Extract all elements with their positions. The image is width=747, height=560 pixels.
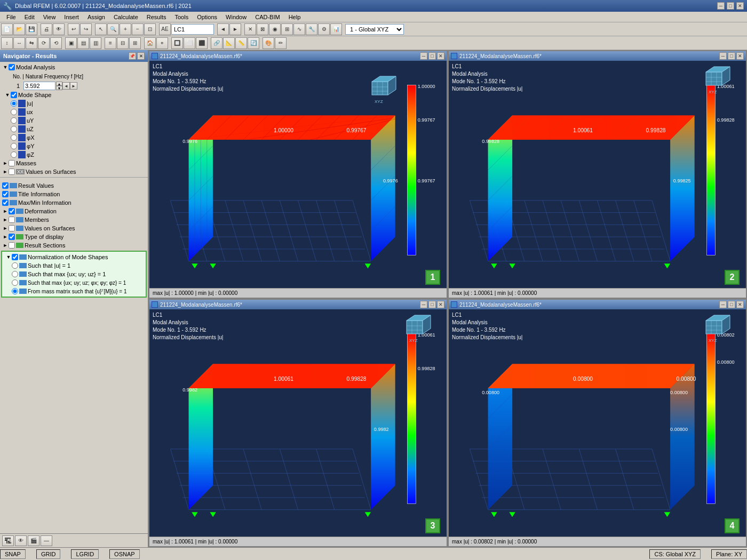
values-surfaces2-checkbox[interactable] [9,225,15,231]
nav-values-surfaces2[interactable]: ► Values on Surfaces [0,224,148,233]
normalization-checkbox[interactable] [12,254,18,260]
tb-preview[interactable]: 👁 [53,23,65,35]
values-surfaces-checkbox[interactable] [9,169,15,175]
nav-result-values[interactable]: Result Values [0,181,148,190]
tb-zoomfit[interactable]: ⊡ [144,23,156,35]
tb-zoom[interactable]: 🔍 [107,23,119,35]
status-snap[interactable]: SNAP [0,549,26,559]
tb-arrow-left[interactable]: ◄ [217,23,229,35]
nav-btn-3[interactable]: 🎬 [28,535,39,546]
nav-btn-1[interactable]: 🏗 [2,535,14,546]
tb2-11[interactable]: ⊞ [129,37,141,49]
nav-result-sections[interactable]: ► Result Sections [0,241,148,250]
mode-shape-phiy-radio[interactable] [11,143,17,149]
nav-maxmin-info[interactable]: Max/Min Information [0,198,148,207]
freq-up-arrow[interactable]: ▲ [56,82,62,86]
result-values-checkbox[interactable] [2,182,9,189]
nav-ux[interactable]: ux [9,108,148,116]
menu-assign[interactable]: Assign [83,13,109,21]
tb2-7[interactable]: ▤ [77,37,89,49]
status-osnap[interactable]: OSNAP [109,549,140,559]
tb-c5[interactable]: ∿ [293,23,305,35]
mode-shape-phiz-radio[interactable] [11,151,17,158]
menu-tools[interactable]: Tools [170,13,193,21]
nav-norm-max-uvec[interactable]: Such that max {ux; uy; uz} = 1 [10,270,145,278]
tb2-21[interactable]: 🎨 [263,37,274,49]
menu-calculate[interactable]: Calculate [109,13,142,21]
menu-help[interactable]: Help [284,13,305,21]
tb2-6[interactable]: ▣ [65,37,77,49]
tb-select[interactable]: ↖ [95,23,107,35]
result-sections-checkbox[interactable] [9,242,15,249]
view-4-close[interactable]: ✕ [736,301,744,308]
tb2-8[interactable]: ▥ [90,37,101,49]
type-display-checkbox[interactable] [9,234,15,240]
norm-max-all-radio[interactable] [12,279,18,286]
norm-max-uvec-radio[interactable] [12,271,18,277]
nav-modal-analysis[interactable]: ▼ Modal Analysis [0,63,148,71]
nav-norm-mass[interactable]: From mass matrix such that {u}ᵀ[M]{u} = … [10,287,145,295]
menu-file[interactable]: File [2,13,20,21]
tb-c4[interactable]: ⊞ [281,23,293,35]
nav-uz[interactable]: uZ [9,125,148,133]
tb2-12[interactable]: 🏠 [144,37,156,49]
lc-input[interactable]: LC1 [171,24,214,35]
nav-u-abs[interactable]: |u| [9,99,148,108]
nav-phiz[interactable]: φZ [9,150,148,159]
maxmin-checkbox[interactable] [2,199,9,206]
view-1-close[interactable]: ✕ [437,52,444,60]
maximize-button[interactable]: □ [727,2,734,10]
tb2-3[interactable]: ⇆ [26,37,37,49]
menu-results[interactable]: Results [142,13,171,21]
status-grid[interactable]: GRID [36,549,61,559]
view-4-maximize[interactable]: □ [728,301,735,308]
tb-b1[interactable]: AE [159,23,171,35]
modal-analysis-checkbox[interactable] [9,64,15,70]
close-button[interactable]: ✕ [736,2,744,10]
tb2-14[interactable]: 🔲 [171,37,183,49]
tb-undo[interactable]: ↩ [68,23,80,35]
tb2-13[interactable]: ⌖ [156,37,168,49]
tb-c3[interactable]: ◉ [269,23,281,35]
view-3-maximize[interactable]: □ [428,301,436,308]
norm-mass-radio[interactable] [12,288,18,294]
view-body-2[interactable]: LC1 Modal Analysis Mode No. 1 - 3.592 Hz… [449,61,746,298]
view-3-close[interactable]: ✕ [437,301,444,308]
menu-window[interactable]: Window [221,13,251,21]
nav-phix[interactable]: φX [9,133,148,142]
tb-c6[interactable]: 🔧 [306,23,317,35]
deformation-checkbox[interactable] [9,208,15,214]
menu-options[interactable]: Options [193,13,221,21]
nav-pin-button[interactable]: 📌 [129,52,136,60]
tb2-1[interactable]: ↕ [1,37,13,49]
tb2-20[interactable]: 🔄 [248,37,259,49]
view-2-minimize[interactable]: ─ [719,52,727,60]
mode-shape-checkbox[interactable] [11,92,17,98]
mode-shape-phix-radio[interactable] [11,134,17,141]
tb-save[interactable]: 💾 [26,23,37,35]
view-3-minimize[interactable]: ─ [420,301,427,308]
tb2-4[interactable]: ⟳ [38,37,50,49]
nav-values-surfaces[interactable]: ► XX Values on Surfaces [0,167,148,176]
tb2-17[interactable]: 🔗 [211,37,222,49]
nav-close-button[interactable]: ✕ [137,52,145,60]
nav-phiy[interactable]: φY [9,142,148,150]
minimize-button[interactable]: ─ [717,2,725,10]
members-checkbox[interactable] [9,217,15,223]
mode-shape-u-radio[interactable] [11,100,17,107]
tb2-22[interactable]: ✏ [275,37,287,49]
view-body-3[interactable]: LC1 Modal Analysis Mode No. 1 - 3.592 Hz… [149,309,447,546]
view-2-close[interactable]: ✕ [736,52,744,60]
title-info-checkbox[interactable] [2,191,9,197]
nav-masses[interactable]: ► Masses [0,159,148,167]
view-1-minimize[interactable]: ─ [420,52,427,60]
view-4-minimize[interactable]: ─ [719,301,727,308]
menu-view[interactable]: View [39,13,60,21]
view-body-1[interactable]: LC1 Modal Analysis Mode No. 1 - 3.592 Hz… [149,61,447,298]
status-lgrid[interactable]: LGRID [71,549,99,559]
tb-c2[interactable]: ⊠ [257,23,268,35]
view-dropdown[interactable]: 1 - Global XYZ [345,24,404,35]
nav-norm-max-all[interactable]: Such that max {ux; uy; uz; φx; φy; φz} =… [10,278,145,287]
nav-members[interactable]: ► Members [0,215,148,224]
freq-down-arrow[interactable]: ▼ [56,86,62,90]
